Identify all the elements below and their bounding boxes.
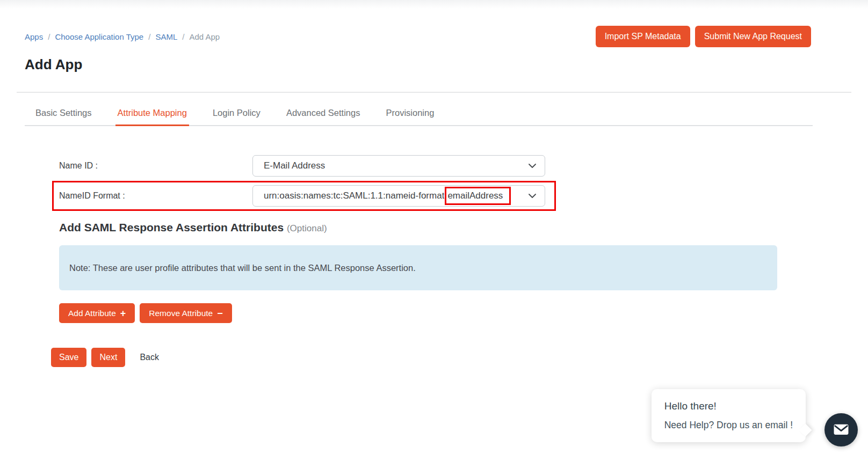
breadcrumb-separator: / xyxy=(148,32,150,41)
assertion-section-title: Add SAML Response Assertion Attributes xyxy=(59,221,284,233)
tab-login-policy[interactable]: Login Policy xyxy=(211,93,263,125)
chevron-down-icon xyxy=(529,191,536,201)
save-button[interactable]: Save xyxy=(51,348,86,367)
attribute-buttons: Add Attribute + Remove Attribute − xyxy=(59,303,868,323)
tab-basic-settings[interactable]: Basic Settings xyxy=(33,93,94,125)
remove-attribute-button[interactable]: Remove Attribute − xyxy=(140,303,232,323)
chat-launcher-button[interactable] xyxy=(824,413,858,446)
chat-greeting: Hello there! xyxy=(664,400,793,412)
breadcrumb-apps[interactable]: Apps xyxy=(25,32,43,41)
plus-icon: + xyxy=(120,309,126,318)
breadcrumb-separator: / xyxy=(48,32,50,41)
name-id-selected-value: E-Mail Address xyxy=(264,160,325,171)
import-sp-metadata-button[interactable]: Import SP Metadata xyxy=(596,26,690,47)
footer-actions: Save Next Back xyxy=(51,348,868,367)
envelope-icon xyxy=(832,420,850,440)
add-attribute-button[interactable]: Add Attribute + xyxy=(59,303,135,323)
add-attribute-label: Add Attribute xyxy=(68,309,116,318)
nameid-format-highlight-box: NameID Format : urn:oasis:names:tc:SAML:… xyxy=(52,181,556,211)
tab-attribute-mapping[interactable]: Attribute Mapping xyxy=(115,93,189,126)
nameid-format-select[interactable]: urn:oasis:names:tc:SAML:1.1:nameid-forma… xyxy=(252,185,545,207)
breadcrumb-add-app: Add App xyxy=(189,32,220,41)
assertion-section-optional-tag: (Optional) xyxy=(287,223,327,233)
breadcrumb-choose-application-type[interactable]: Choose Application Type xyxy=(55,32,143,41)
submit-new-app-request-button[interactable]: Submit New App Request xyxy=(695,26,811,47)
top-shadow xyxy=(0,0,868,9)
next-button[interactable]: Next xyxy=(91,348,125,367)
chat-message: Need Help? Drop us an email ! xyxy=(664,420,793,431)
chat-bubble-tail xyxy=(799,423,812,436)
nameid-format-row: NameID Format : urn:oasis:names:tc:SAML:… xyxy=(59,185,547,207)
name-id-row: Name ID : E-Mail Address xyxy=(51,155,868,177)
attribute-mapping-panel: Name ID : E-Mail Address NameID Format :… xyxy=(51,155,868,367)
header-actions: Import SP Metadata Submit New App Reques… xyxy=(596,26,811,47)
page-title: Add App xyxy=(25,55,843,74)
assertion-note-text: Note: These are user profile attributes … xyxy=(69,263,416,273)
breadcrumb-saml[interactable]: SAML xyxy=(155,32,177,41)
nameid-format-label: NameID Format : xyxy=(59,191,252,201)
back-link[interactable]: Back xyxy=(140,353,159,362)
chat-bubble: Hello there! Need Help? Drop us an email… xyxy=(652,389,806,442)
chevron-down-icon xyxy=(529,160,536,171)
tab-provisioning[interactable]: Provisioning xyxy=(384,93,436,125)
tab-bar: Basic Settings Attribute Mapping Login P… xyxy=(25,93,813,126)
assertion-note: Note: These are user profile attributes … xyxy=(59,245,777,290)
name-id-label: Name ID : xyxy=(59,161,252,171)
minus-icon: − xyxy=(217,309,223,318)
breadcrumb-separator: / xyxy=(182,32,184,41)
remove-attribute-label: Remove Attribute xyxy=(149,309,213,318)
tab-advanced-settings[interactable]: Advanced Settings xyxy=(284,93,363,125)
nameid-format-value-highlighted: emailAddress xyxy=(445,187,511,205)
name-id-select[interactable]: E-Mail Address xyxy=(252,155,545,177)
nameid-format-value-prefix: urn:oasis:names:tc:SAML:1.1:nameid-forma… xyxy=(264,191,444,201)
assertion-section-heading: Add SAML Response Assertion Attributes (… xyxy=(59,219,868,237)
